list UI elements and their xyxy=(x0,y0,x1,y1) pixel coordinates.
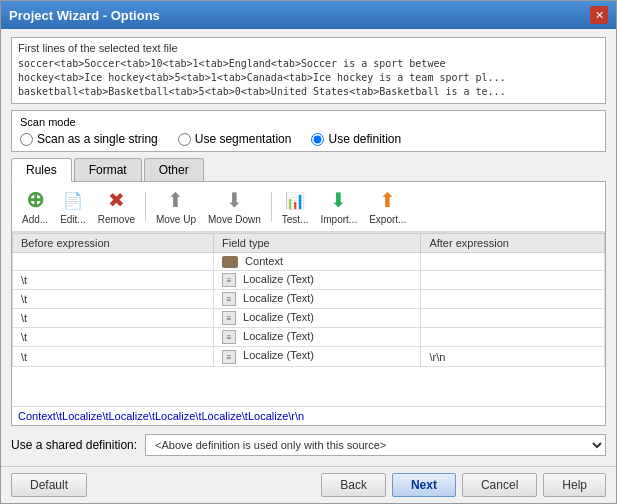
remove-icon: ✖ xyxy=(104,188,128,212)
cell-after-2 xyxy=(421,290,605,309)
import-icon: ⬇ xyxy=(327,188,351,212)
shared-def-select[interactable]: <Above definition is used only with this… xyxy=(145,434,606,456)
cell-field-0: Context xyxy=(214,253,421,271)
context-path: Context\tLocalize\tLocalize\tLocalize\tL… xyxy=(12,406,605,425)
edit-button[interactable]: 📄 Edit... xyxy=(56,186,90,227)
scan-mode-radio-group: Scan as a single string Use segmentation… xyxy=(20,132,597,146)
cell-before-1: \t xyxy=(13,271,214,290)
cell-field-4: ≡ Localize (Text) xyxy=(214,328,421,347)
rules-toolbar: ⊕ Add... 📄 Edit... ✖ Remove ⬆ Move Up xyxy=(12,182,605,232)
shared-def-label: Use a shared definition: xyxy=(11,438,137,452)
export-icon: ⬆ xyxy=(376,188,400,212)
shared-definition-area: Use a shared definition: <Above definiti… xyxy=(11,432,606,458)
cell-before-0 xyxy=(13,253,214,271)
scan-single-option[interactable]: Scan as a single string xyxy=(20,132,158,146)
cancel-button[interactable]: Cancel xyxy=(462,473,537,497)
scan-segmentation-option[interactable]: Use segmentation xyxy=(178,132,292,146)
tab-other[interactable]: Other xyxy=(144,158,204,181)
cell-before-4: \t xyxy=(13,328,214,347)
cell-field-3: ≡ Localize (Text) xyxy=(214,309,421,328)
back-button[interactable]: Back xyxy=(321,473,386,497)
cell-after-5: \r\n xyxy=(421,347,605,366)
export-label: Export... xyxy=(369,214,406,225)
test-label: Test... xyxy=(282,214,309,225)
table-row[interactable]: \t ≡ Localize (Text) \r\n xyxy=(13,347,605,366)
scan-mode-section: Scan mode Scan as a single string Use se… xyxy=(11,110,606,152)
footer-left: Default xyxy=(11,473,87,497)
tab-format[interactable]: Format xyxy=(74,158,142,181)
preview-line-3: basketball<tab>Basketball<tab>5<tab>0<ta… xyxy=(18,85,599,99)
footer-right: Back Next Cancel Help xyxy=(321,473,606,497)
move-down-label: Move Down xyxy=(208,214,261,225)
dialog-footer: Default Back Next Cancel Help xyxy=(1,466,616,503)
table-row[interactable]: \t ≡ Localize (Text) xyxy=(13,290,605,309)
table-row[interactable]: \t ≡ Localize (Text) xyxy=(13,271,605,290)
scan-definition-option[interactable]: Use definition xyxy=(311,132,401,146)
dialog-body: First lines of the selected text file so… xyxy=(1,29,616,466)
context-icon xyxy=(222,256,238,268)
add-icon: ⊕ xyxy=(23,188,47,212)
cell-before-3: \t xyxy=(13,309,214,328)
cell-field-1: ≡ Localize (Text) xyxy=(214,271,421,290)
scan-single-radio[interactable] xyxy=(20,133,33,146)
doc-icon: ≡ xyxy=(222,350,236,364)
help-button[interactable]: Help xyxy=(543,473,606,497)
export-button[interactable]: ⬆ Export... xyxy=(365,186,410,227)
scan-segmentation-label: Use segmentation xyxy=(195,132,292,146)
move-down-icon: ⬇ xyxy=(222,188,246,212)
cell-before-2: \t xyxy=(13,290,214,309)
dialog-title: Project Wizard - Options xyxy=(9,8,160,23)
col-field-type: Field type xyxy=(214,234,421,253)
tab-content-rules: ⊕ Add... 📄 Edit... ✖ Remove ⬆ Move Up xyxy=(11,182,606,426)
title-bar: Project Wizard - Options ✕ xyxy=(1,1,616,29)
move-down-button[interactable]: ⬇ Move Down xyxy=(204,186,265,227)
tab-rules[interactable]: Rules xyxy=(11,158,72,182)
preview-label: First lines of the selected text file xyxy=(18,42,599,54)
remove-label: Remove xyxy=(98,214,135,225)
table-row[interactable]: \t ≡ Localize (Text) xyxy=(13,309,605,328)
remove-button[interactable]: ✖ Remove xyxy=(94,186,139,227)
doc-icon: ≡ xyxy=(222,311,236,325)
dialog-window: Project Wizard - Options ✕ First lines o… xyxy=(0,0,617,504)
add-button[interactable]: ⊕ Add... xyxy=(18,186,52,227)
scan-single-label: Scan as a single string xyxy=(37,132,158,146)
test-icon: 📊 xyxy=(283,188,307,212)
rules-table: Before expression Field type After expre… xyxy=(12,233,605,367)
preview-line-1: soccer<tab>Soccer<tab>10<tab>1<tab>Engla… xyxy=(18,57,599,71)
cell-before-5: \t xyxy=(13,347,214,366)
edit-label: Edit... xyxy=(60,214,86,225)
move-up-label: Move Up xyxy=(156,214,196,225)
preview-section: First lines of the selected text file so… xyxy=(11,37,606,104)
import-button[interactable]: ⬇ Import... xyxy=(316,186,361,227)
cell-after-4 xyxy=(421,328,605,347)
test-button[interactable]: 📊 Test... xyxy=(278,186,313,227)
cell-after-1 xyxy=(421,271,605,290)
doc-icon: ≡ xyxy=(222,330,236,344)
default-button[interactable]: Default xyxy=(11,473,87,497)
tabs-container: Rules Format Other ⊕ Add... 📄 Edit... xyxy=(11,158,606,426)
close-button[interactable]: ✕ xyxy=(590,6,608,24)
preview-line-2: hockey<tab>Ice hockey<tab>5<tab>1<tab>Ca… xyxy=(18,71,599,85)
add-label: Add... xyxy=(22,214,48,225)
tab-bar: Rules Format Other xyxy=(11,158,606,182)
doc-icon: ≡ xyxy=(222,292,236,306)
col-before: Before expression xyxy=(13,234,214,253)
cell-after-0 xyxy=(421,253,605,271)
move-up-icon: ⬆ xyxy=(164,188,188,212)
scan-segmentation-radio[interactable] xyxy=(178,133,191,146)
preview-content: soccer<tab>Soccer<tab>10<tab>1<tab>Engla… xyxy=(18,57,599,99)
scan-definition-radio[interactable] xyxy=(311,133,324,146)
separator-1 xyxy=(145,192,146,222)
table-row[interactable]: \t ≡ Localize (Text) xyxy=(13,328,605,347)
import-label: Import... xyxy=(320,214,357,225)
col-after: After expression xyxy=(421,234,605,253)
rules-table-area: Before expression Field type After expre… xyxy=(12,232,605,406)
move-up-button[interactable]: ⬆ Move Up xyxy=(152,186,200,227)
table-row[interactable]: Context xyxy=(13,253,605,271)
scan-mode-label: Scan mode xyxy=(20,116,597,128)
cell-field-2: ≡ Localize (Text) xyxy=(214,290,421,309)
scan-definition-label: Use definition xyxy=(328,132,401,146)
cell-field-5: ≡ Localize (Text) xyxy=(214,347,421,366)
next-button[interactable]: Next xyxy=(392,473,456,497)
doc-icon: ≡ xyxy=(222,273,236,287)
